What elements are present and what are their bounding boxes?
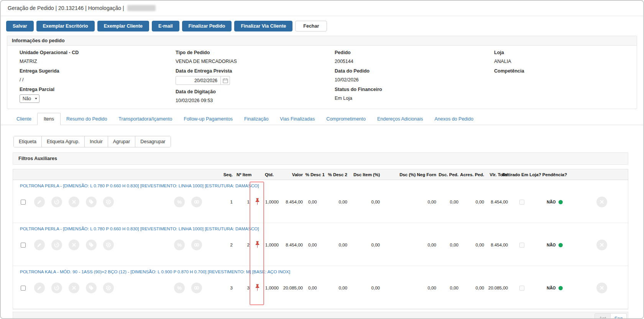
acres-ped-value: 0,00 — [460, 286, 486, 290]
link-icon[interactable] — [191, 283, 202, 293]
tab-finalizacao[interactable]: Finalização — [238, 113, 274, 125]
history-icon[interactable] — [51, 283, 62, 293]
table-header-row: Seq. Nº Item Qtd. Valor % Desc 1 % Desc … — [13, 169, 628, 180]
status-dot — [559, 200, 563, 204]
tab-enderecos-adicionais[interactable]: Endereços Adicionais — [371, 113, 429, 125]
finalize-via-client-button[interactable]: Finalizar Via Cliente — [234, 21, 292, 31]
product-link[interactable]: POLTRONA PERLA - [DIMENSÃO: L 0.780 P 0.… — [20, 226, 259, 231]
filtros-auxiliares-header[interactable]: Filtros Auxiliares — [13, 152, 628, 165]
link-icon[interactable] — [191, 197, 202, 207]
header-seq: Seq. — [217, 172, 237, 177]
seq-value: 1 — [217, 200, 237, 204]
header-dsc-item: Dsc Item (%) — [349, 172, 381, 177]
pendencia-value: NÃO — [547, 200, 555, 204]
next-page-button[interactable]: Seg — [611, 313, 627, 319]
cancel-icon[interactable] — [69, 240, 79, 250]
office-copy-button[interactable]: Exemplar Escritório — [36, 21, 95, 31]
save-button[interactable]: Salvar — [6, 21, 34, 31]
entrega-prevista-input[interactable] — [176, 76, 221, 85]
tab-resumo-do-pedido[interactable]: Resumo do Pedido — [61, 113, 113, 125]
history-icon[interactable] — [51, 197, 62, 207]
row-select-checkbox[interactable] — [21, 286, 26, 291]
tipo-pedido-label: Tipo de Pedido — [176, 50, 335, 55]
pagination-bar: Ant Seg — [13, 312, 628, 319]
remove-row-icon[interactable] — [596, 283, 607, 293]
client-copy-button[interactable]: Exemplar Cliente — [97, 21, 149, 31]
tag-icon[interactable] — [86, 240, 97, 250]
entrega-prevista-label: Data de Entrega Prevista — [176, 68, 335, 74]
header-valor: Valor — [279, 172, 305, 177]
table-row: POLTRONA KALA - MÓD. 90 - 1ASS (90)+2 BÇ… — [13, 266, 628, 309]
tab-comprometimento[interactable]: Comprometimento — [320, 113, 371, 125]
edit-icon[interactable] — [34, 283, 45, 293]
edit-icon[interactable] — [34, 240, 45, 250]
header-qtd: Qtd. — [265, 172, 279, 177]
etiqueta-button[interactable]: Etiqueta — [14, 136, 42, 147]
tag-icon[interactable] — [86, 197, 97, 207]
page-title: Geração de Pedido | 20.132146 | Homologa… — [8, 5, 124, 11]
incluir-button[interactable]: Incluir — [85, 136, 108, 147]
retirado-checkbox[interactable] — [519, 286, 524, 291]
close-button[interactable]: Fechar — [295, 21, 327, 31]
tab-anexos-do-pedido[interactable]: Anexos do Pedido — [429, 113, 479, 125]
tab-itens[interactable]: Itens — [37, 113, 61, 125]
tag-icon[interactable] — [86, 283, 97, 293]
pin-icon — [255, 198, 260, 206]
product-link[interactable]: POLTRONA PERLA - [DIMENSÃO: L 0.780 P 0.… — [20, 183, 259, 188]
pendencia-value: NÃO — [547, 286, 555, 290]
remove-row-icon[interactable] — [596, 240, 607, 250]
header-retirado: Retirado Em Loja? — [509, 172, 534, 177]
etiqueta-agrup-button[interactable]: Etiqueta Agrup. — [42, 136, 85, 147]
digitacao-label: Data de Digitação — [176, 89, 335, 94]
competencia-label: Competência — [494, 68, 633, 74]
edit-icon[interactable] — [34, 197, 45, 207]
product-link[interactable]: POLTRONA KALA - MÓD. 90 - 1ASS (90)+2 BÇ… — [20, 269, 290, 274]
row-actions: % — [13, 240, 217, 250]
filtros-auxiliares-label: Filtros Auxiliares — [18, 156, 57, 161]
gear-icon[interactable] — [103, 240, 114, 250]
info-col-1: Unidade Operacional - CD MATRIZ Entrega … — [20, 46, 176, 103]
desagrupar-button[interactable]: Desagrupar — [135, 136, 170, 147]
row-select-checkbox[interactable] — [21, 200, 26, 205]
entrega-parcial-select[interactable]: Não — [20, 94, 39, 103]
vlr-total-value: 20.085,00 — [486, 286, 509, 290]
table-row: POLTRONA PERLA - [DIMENSÃO: L 0.780 P 0.… — [13, 180, 628, 223]
tab-cliente[interactable]: Cliente — [11, 113, 37, 125]
email-button[interactable]: E-mail — [152, 21, 179, 31]
header-desc2: % Desc 2 — [326, 172, 349, 177]
dsc-ped-value: 0,00 — [438, 243, 460, 247]
row-select-checkbox[interactable] — [21, 243, 26, 248]
cancel-icon[interactable] — [69, 283, 79, 293]
itens-tab-content: Etiqueta Etiqueta Agrup. Incluir Agrupar… — [13, 125, 628, 319]
link-icon[interactable] — [191, 240, 202, 250]
history-icon[interactable] — [51, 240, 62, 250]
agrupar-button[interactable]: Agrupar — [108, 136, 135, 147]
num-item-value: 1 — [237, 200, 250, 204]
gear-icon[interactable] — [103, 197, 114, 207]
percent-icon[interactable]: % — [174, 197, 185, 207]
info-col-2: Tipo de Pedido VENDA DE MERCADORIAS Data… — [176, 46, 335, 103]
dsc-neg-forn-value: 0,00 — [381, 200, 438, 204]
seq-value: 3 — [217, 286, 237, 290]
gear-icon[interactable] — [103, 283, 114, 293]
cancel-icon[interactable] — [69, 197, 79, 207]
remove-row-icon[interactable] — [596, 197, 607, 207]
tab-vias-finalizadas[interactable]: Vias Finalizadas — [274, 113, 320, 125]
tab-follow-up-pagamentos[interactable]: Follow-up Pagamentos — [178, 113, 238, 125]
retirado-checkbox[interactable] — [519, 243, 524, 248]
pin-icon — [255, 241, 260, 249]
tab-transportadora-icamento[interactable]: Transportadora/Içamento — [113, 113, 178, 125]
retirado-checkbox[interactable] — [519, 200, 524, 205]
finalize-order-button[interactable]: Finalizar Pedido — [182, 21, 232, 31]
percent-icon[interactable]: % — [174, 283, 185, 293]
percent-icon[interactable]: % — [174, 240, 185, 250]
order-info-heading: Informações do pedido — [7, 36, 637, 46]
unidade-label: Unidade Operacional - CD — [20, 50, 176, 55]
header-pendencia: Pendência? — [534, 172, 575, 177]
header-dsc-ped: Dsc. Ped. — [438, 172, 460, 177]
previous-page-button[interactable]: Ant — [595, 313, 611, 319]
calendar-icon[interactable] — [221, 76, 230, 85]
data-pedido-label: Data do Pedido — [335, 68, 494, 74]
row-actions: % — [13, 197, 217, 207]
dsc-ped-value: 0,00 — [438, 286, 460, 290]
